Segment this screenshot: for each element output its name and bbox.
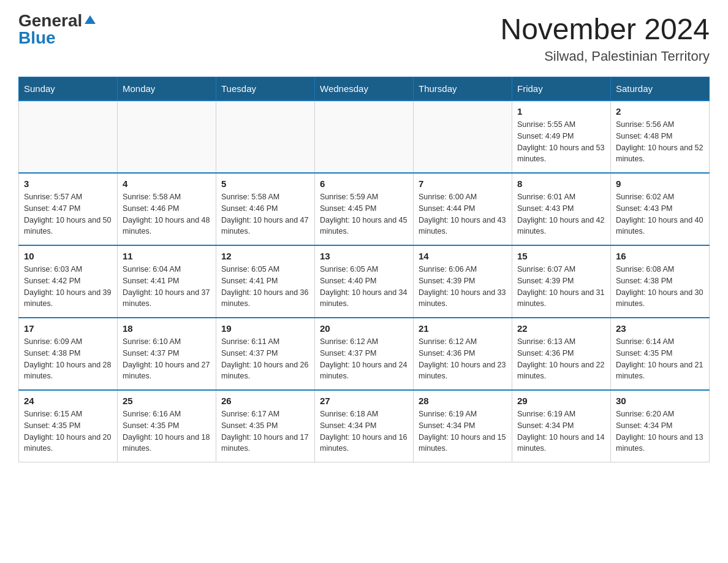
day-number: 18 (123, 323, 211, 334)
day-info: Sunrise: 6:18 AMSunset: 4:34 PMDaylight:… (320, 408, 408, 454)
day-number: 27 (320, 396, 408, 406)
calendar-week-row: 17Sunrise: 6:09 AMSunset: 4:38 PMDayligh… (19, 318, 710, 390)
calendar-cell: 4Sunrise: 5:58 AMSunset: 4:46 PMDaylight… (118, 173, 216, 245)
day-info: Sunrise: 6:07 AMSunset: 4:39 PMDaylight:… (517, 264, 605, 310)
calendar-cell: 3Sunrise: 5:57 AMSunset: 4:47 PMDaylight… (19, 173, 118, 245)
calendar-week-row: 3Sunrise: 5:57 AMSunset: 4:47 PMDaylight… (19, 173, 710, 245)
day-info: Sunrise: 6:00 AMSunset: 4:44 PMDaylight:… (419, 191, 507, 237)
day-number: 10 (24, 251, 112, 261)
calendar-cell: 30Sunrise: 6:20 AMSunset: 4:34 PMDayligh… (611, 390, 710, 462)
calendar-cell: 21Sunrise: 6:12 AMSunset: 4:36 PMDayligh… (414, 318, 512, 390)
day-number: 12 (221, 251, 309, 261)
day-info: Sunrise: 5:58 AMSunset: 4:46 PMDaylight:… (221, 191, 309, 237)
logo-arrow-icon (83, 13, 97, 26)
weekday-header: Friday (512, 77, 611, 101)
logo-general-text: General (18, 12, 82, 29)
calendar-cell: 23Sunrise: 6:14 AMSunset: 4:35 PMDayligh… (611, 318, 710, 390)
calendar-cell: 18Sunrise: 6:10 AMSunset: 4:37 PMDayligh… (118, 318, 216, 390)
calendar-cell: 2Sunrise: 5:56 AMSunset: 4:48 PMDaylight… (611, 101, 710, 173)
calendar-cell: 13Sunrise: 6:05 AMSunset: 4:40 PMDayligh… (315, 245, 414, 318)
day-number: 8 (517, 178, 605, 189)
day-info: Sunrise: 6:17 AMSunset: 4:35 PMDaylight:… (221, 408, 309, 454)
calendar-cell (216, 101, 315, 173)
day-info: Sunrise: 6:10 AMSunset: 4:37 PMDaylight:… (123, 336, 211, 382)
day-info: Sunrise: 6:15 AMSunset: 4:35 PMDaylight:… (24, 408, 112, 454)
day-number: 24 (24, 396, 112, 406)
day-info: Sunrise: 6:12 AMSunset: 4:36 PMDaylight:… (419, 336, 507, 382)
day-info: Sunrise: 6:19 AMSunset: 4:34 PMDaylight:… (517, 408, 605, 454)
calendar-cell: 10Sunrise: 6:03 AMSunset: 4:42 PMDayligh… (19, 245, 118, 318)
day-number: 28 (419, 396, 507, 406)
calendar-cell: 5Sunrise: 5:58 AMSunset: 4:46 PMDaylight… (216, 173, 315, 245)
calendar-cell: 9Sunrise: 6:02 AMSunset: 4:43 PMDaylight… (611, 173, 710, 245)
day-info: Sunrise: 6:14 AMSunset: 4:35 PMDaylight:… (616, 336, 704, 382)
day-number: 20 (320, 323, 408, 334)
calendar-cell: 26Sunrise: 6:17 AMSunset: 4:35 PMDayligh… (216, 390, 315, 462)
day-number: 14 (419, 251, 507, 261)
day-info: Sunrise: 6:19 AMSunset: 4:34 PMDaylight:… (419, 408, 507, 454)
calendar-cell: 7Sunrise: 6:00 AMSunset: 4:44 PMDaylight… (414, 173, 512, 245)
calendar-cell: 29Sunrise: 6:19 AMSunset: 4:34 PMDayligh… (512, 390, 611, 462)
day-info: Sunrise: 6:06 AMSunset: 4:39 PMDaylight:… (419, 264, 507, 310)
day-info: Sunrise: 6:12 AMSunset: 4:37 PMDaylight:… (320, 336, 408, 382)
calendar-cell: 11Sunrise: 6:04 AMSunset: 4:41 PMDayligh… (118, 245, 216, 318)
calendar-cell (414, 101, 512, 173)
calendar-cell: 17Sunrise: 6:09 AMSunset: 4:38 PMDayligh… (19, 318, 118, 390)
day-info: Sunrise: 6:16 AMSunset: 4:35 PMDaylight:… (123, 408, 211, 454)
weekday-header: Monday (118, 77, 216, 101)
title-block: November 2024 Silwad, Palestinian Territ… (500, 12, 710, 64)
day-number: 26 (221, 396, 309, 406)
calendar-cell: 8Sunrise: 6:01 AMSunset: 4:43 PMDaylight… (512, 173, 611, 245)
logo: General Blue (18, 12, 97, 47)
day-info: Sunrise: 5:56 AMSunset: 4:48 PMDaylight:… (616, 119, 704, 165)
calendar-cell: 19Sunrise: 6:11 AMSunset: 4:37 PMDayligh… (216, 318, 315, 390)
weekday-header: Sunday (19, 77, 118, 101)
svg-marker-0 (85, 15, 96, 24)
day-number: 22 (517, 323, 605, 334)
calendar-cell (118, 101, 216, 173)
day-info: Sunrise: 5:55 AMSunset: 4:49 PMDaylight:… (517, 119, 605, 165)
calendar-week-row: 24Sunrise: 6:15 AMSunset: 4:35 PMDayligh… (19, 390, 710, 462)
day-number: 25 (123, 396, 211, 406)
weekday-header: Wednesday (315, 77, 414, 101)
calendar-cell (19, 101, 118, 173)
day-number: 15 (517, 251, 605, 261)
day-number: 21 (419, 323, 507, 334)
day-number: 19 (221, 323, 309, 334)
day-number: 11 (123, 251, 211, 261)
calendar-week-row: 10Sunrise: 6:03 AMSunset: 4:42 PMDayligh… (19, 245, 710, 318)
day-info: Sunrise: 6:09 AMSunset: 4:38 PMDaylight:… (24, 336, 112, 382)
day-number: 23 (616, 323, 704, 334)
calendar-table: SundayMondayTuesdayWednesdayThursdayFrid… (18, 77, 710, 462)
day-number: 3 (24, 178, 112, 189)
day-number: 1 (517, 106, 605, 117)
day-info: Sunrise: 6:20 AMSunset: 4:34 PMDaylight:… (616, 408, 704, 454)
calendar-cell: 16Sunrise: 6:08 AMSunset: 4:38 PMDayligh… (611, 245, 710, 318)
calendar-cell (315, 101, 414, 173)
day-info: Sunrise: 6:01 AMSunset: 4:43 PMDaylight:… (517, 191, 605, 237)
calendar-cell: 14Sunrise: 6:06 AMSunset: 4:39 PMDayligh… (414, 245, 512, 318)
day-number: 4 (123, 178, 211, 189)
day-number: 13 (320, 251, 408, 261)
day-number: 5 (221, 178, 309, 189)
day-number: 30 (616, 396, 704, 406)
calendar-cell: 25Sunrise: 6:16 AMSunset: 4:35 PMDayligh… (118, 390, 216, 462)
day-number: 29 (517, 396, 605, 406)
day-number: 16 (616, 251, 704, 261)
day-info: Sunrise: 5:59 AMSunset: 4:45 PMDaylight:… (320, 191, 408, 237)
day-info: Sunrise: 6:03 AMSunset: 4:42 PMDaylight:… (24, 264, 112, 310)
weekday-header: Saturday (611, 77, 710, 101)
page-header: General Blue November 2024 Silwad, Pales… (18, 12, 710, 64)
logo-blue-text: Blue (18, 29, 56, 47)
calendar-cell: 6Sunrise: 5:59 AMSunset: 4:45 PMDaylight… (315, 173, 414, 245)
day-info: Sunrise: 5:58 AMSunset: 4:46 PMDaylight:… (123, 191, 211, 237)
calendar-cell: 12Sunrise: 6:05 AMSunset: 4:41 PMDayligh… (216, 245, 315, 318)
calendar-cell: 27Sunrise: 6:18 AMSunset: 4:34 PMDayligh… (315, 390, 414, 462)
day-info: Sunrise: 6:13 AMSunset: 4:36 PMDaylight:… (517, 336, 605, 382)
day-info: Sunrise: 6:08 AMSunset: 4:38 PMDaylight:… (616, 264, 704, 310)
page-subtitle: Silwad, Palestinian Territory (500, 48, 710, 64)
calendar-header-row: SundayMondayTuesdayWednesdayThursdayFrid… (19, 77, 710, 101)
calendar-cell: 15Sunrise: 6:07 AMSunset: 4:39 PMDayligh… (512, 245, 611, 318)
day-info: Sunrise: 5:57 AMSunset: 4:47 PMDaylight:… (24, 191, 112, 237)
calendar-cell: 22Sunrise: 6:13 AMSunset: 4:36 PMDayligh… (512, 318, 611, 390)
